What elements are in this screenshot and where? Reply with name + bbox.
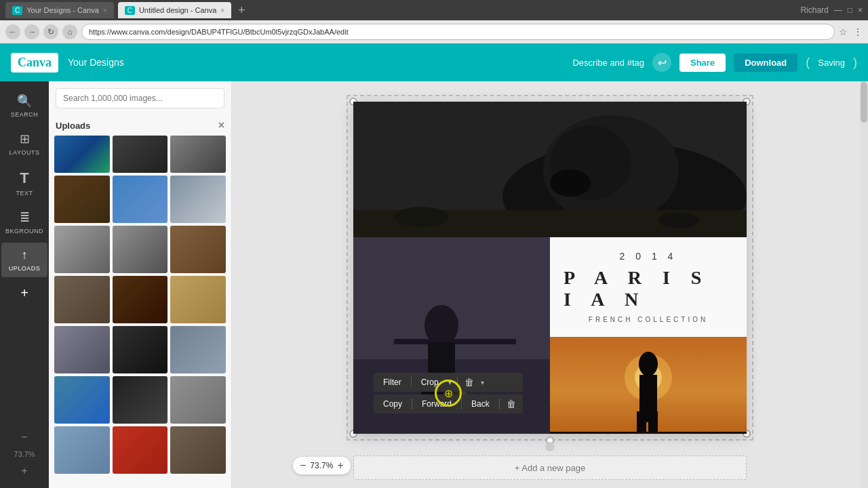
- tab-close-2[interactable]: ×: [220, 7, 224, 14]
- thumb-practical-ed[interactable]: [54, 136, 110, 173]
- new-tab-button[interactable]: +: [238, 3, 245, 18]
- thumb-wood[interactable]: [170, 226, 226, 273]
- add-page-container: + Add a new page: [353, 447, 747, 480]
- tab-your-designs[interactable]: C Your Designs - Canva ×: [5, 2, 114, 18]
- describe-tag-button[interactable]: Describe and #tag: [572, 58, 644, 68]
- dog-svg: [353, 102, 747, 237]
- undo-button[interactable]: ↩: [652, 53, 671, 72]
- design-right: 2 0 1 4 P A R I S I A N FRENCH COLLECTIO…: [550, 237, 747, 434]
- side-panel: Uploads ×: [49, 81, 232, 488]
- canvas-area[interactable]: Filter Crop ▾ 🗑 ▾ Copy: [232, 81, 868, 488]
- my-designs-link[interactable]: Your Designs: [68, 57, 124, 68]
- sidebar-item-bkground[interactable]: ≣ BKGROUND: [1, 205, 47, 240]
- share-button[interactable]: Share: [679, 54, 726, 72]
- design-canvas[interactable]: Filter Crop ▾ 🗑 ▾ Copy: [353, 102, 747, 434]
- nav-back-button[interactable]: ←: [5, 24, 20, 39]
- thumb-free-tech-2[interactable]: [170, 136, 226, 173]
- image-row-4: [54, 276, 226, 323]
- download-button[interactable]: Download: [734, 54, 797, 72]
- dog-photo[interactable]: [353, 102, 747, 237]
- image-row-3: [54, 226, 226, 273]
- thumb-dog-2[interactable]: [113, 276, 168, 323]
- svg-rect-21: [637, 411, 646, 434]
- nav-forward-button[interactable]: →: [24, 24, 39, 39]
- left-photo[interactable]: Filter Crop ▾ 🗑 ▾ Copy: [353, 237, 550, 434]
- canvas-wrapper: Filter Crop ▾ 🗑 ▾ Copy: [353, 102, 747, 434]
- layouts-icon: ⊞: [20, 131, 30, 146]
- sidebar-item-uploads[interactable]: ↑ UPLOADS: [1, 243, 47, 277]
- search-icon: 🔍: [17, 94, 32, 108]
- scrollbar-track[interactable]: [860, 81, 868, 488]
- thumb-film-1[interactable]: [113, 326, 168, 373]
- nav-refresh-button[interactable]: ↻: [43, 24, 58, 39]
- sidebar-add-button[interactable]: +: [20, 285, 28, 301]
- thumb-fence[interactable]: [170, 276, 226, 323]
- zoom-minus-button[interactable]: −: [300, 460, 306, 472]
- scrollbar-thumb[interactable]: [861, 82, 867, 123]
- zoom-plus-button[interactable]: +: [337, 460, 343, 472]
- thumb-tablet[interactable]: [54, 326, 110, 373]
- search-input[interactable]: [56, 88, 224, 108]
- sidebar-item-text[interactable]: T TEXT: [1, 164, 47, 202]
- window-maximize[interactable]: □: [848, 5, 852, 15]
- back-button[interactable]: Back: [467, 397, 494, 411]
- zoom-plus-sidebar[interactable]: +: [21, 465, 27, 477]
- uploads-close-button[interactable]: ×: [218, 119, 224, 131]
- thumb-laptop-1[interactable]: [54, 226, 110, 273]
- filter-button[interactable]: Filter: [379, 375, 406, 389]
- settings-icon[interactable]: ⋮: [853, 26, 863, 37]
- browser-extension-icons: ☆ ⋮: [839, 26, 863, 37]
- thumb-cloud-2[interactable]: [170, 326, 226, 373]
- add-page-button[interactable]: + Add a new page: [353, 455, 747, 480]
- thumb-clouds[interactable]: [170, 176, 226, 223]
- sidebar-item-search[interactable]: 🔍 SEARCH: [1, 88, 47, 123]
- uploads-header: Uploads ×: [49, 115, 231, 136]
- sidebar-label-search: SEARCH: [11, 111, 39, 118]
- saving-text: Saving: [818, 58, 845, 68]
- svg-point-11: [425, 305, 458, 346]
- sidebar-label-layouts: LAYOUTS: [9, 149, 40, 156]
- address-text: https://www.canva.com/design/DABUP4TFlGU…: [89, 28, 349, 36]
- design-top-image[interactable]: [353, 102, 747, 237]
- address-bar[interactable]: https://www.canva.com/design/DABUP4TFlGU…: [81, 24, 835, 40]
- saving-paren-left: (: [806, 56, 810, 70]
- text-icon: T: [20, 169, 28, 187]
- bookmark-icon[interactable]: ☆: [839, 26, 848, 37]
- thumb-cat-2[interactable]: [170, 426, 226, 474]
- more-dropdown[interactable]: ▾: [481, 379, 484, 386]
- image-grid: [49, 136, 231, 488]
- text-box[interactable]: 2 0 1 4 P A R I S I A N FRENCH COLLECTIO…: [550, 237, 747, 337]
- tab-untitled-design[interactable]: C Untitled design - Canva ×: [118, 2, 231, 18]
- copy-button[interactable]: Copy: [379, 397, 406, 411]
- thumb-gray[interactable]: [170, 376, 226, 424]
- window-close[interactable]: ×: [858, 5, 863, 15]
- thumb-beach[interactable]: [54, 376, 110, 424]
- sunset-photo[interactable]: [550, 337, 747, 434]
- image-row-2: [54, 176, 226, 223]
- sidebar-item-layouts[interactable]: ⊞ LAYOUTS: [1, 126, 47, 161]
- svg-point-6: [394, 207, 448, 227]
- thumb-abacus[interactable]: [113, 426, 168, 474]
- thumb-cat[interactable]: [54, 276, 110, 323]
- uploads-icon: ↑: [22, 248, 28, 262]
- zoom-minus-sidebar[interactable]: −: [21, 431, 27, 443]
- window-minimize[interactable]: —: [834, 5, 842, 15]
- thumb-sky[interactable]: [113, 176, 168, 223]
- thumb-ski[interactable]: [54, 426, 110, 474]
- nav-home-button[interactable]: ⌂: [62, 24, 77, 39]
- tab-close-1[interactable]: ×: [103, 7, 107, 14]
- image-row-6: [54, 376, 226, 424]
- page-connector: [545, 442, 555, 451]
- delete-icon-1[interactable]: 🗑: [463, 375, 475, 389]
- thumb-laptop-2[interactable]: [113, 226, 168, 273]
- delete-icon-2[interactable]: 🗑: [505, 397, 517, 411]
- header-actions: Describe and #tag ↩ Share Download ( Sav…: [572, 53, 857, 72]
- thumb-free-tech[interactable]: [113, 136, 168, 173]
- tab-label-2: Untitled design - Canva: [139, 6, 216, 14]
- tab-favicon-2: C: [125, 6, 135, 15]
- thumb-dogs[interactable]: [54, 176, 110, 223]
- svg-rect-22: [648, 411, 658, 434]
- thumb-film-2[interactable]: [113, 376, 168, 424]
- canva-logo[interactable]: Canva: [11, 53, 58, 73]
- sidebar-label-text: TEXT: [16, 190, 33, 197]
